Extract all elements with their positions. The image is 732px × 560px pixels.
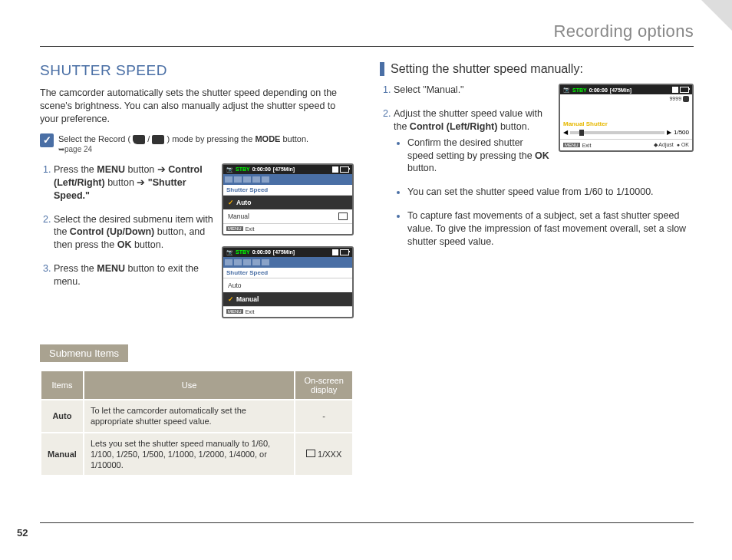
menu-title: Shutter Speed — [223, 185, 352, 196]
subsection-heading: Setting the shutter speed manually: — [380, 62, 694, 76]
sd-icon — [672, 87, 678, 93]
step-1: Press the MENU button ➔ Control (Left/Ri… — [54, 163, 214, 203]
menu-item-manual: Manual — [223, 209, 352, 223]
exit-label: Exit — [582, 143, 592, 148]
right-sub-2: You can set the shutter speed value from… — [407, 186, 694, 199]
menu-item-auto: ✓Auto — [223, 196, 352, 209]
menu-badge: MENU — [563, 143, 580, 147]
menu-badge: MENU — [226, 226, 243, 231]
adjust-icon: ◆ — [654, 142, 658, 147]
remain-label: [475Min] — [610, 87, 631, 93]
shutter-icon — [338, 295, 348, 303]
mode-note: ✓ Select the Record ( / ) mode by pressi… — [40, 133, 354, 154]
right-column: Setting the shutter speed manually: 📷 ST… — [380, 62, 694, 476]
page-header: Recording options — [40, 21, 694, 47]
lcd-screen-slider: 📷 STBY 0:00:00 [475Min] 9999 Manual Shut… — [559, 84, 694, 152]
menu-item-manual: ✓Manual — [223, 292, 352, 306]
remain-label: [475Min] — [273, 249, 295, 255]
intro-text: The camcorder automatically sets the shu… — [40, 87, 354, 126]
cell-display: - — [295, 400, 353, 433]
stby-label: STBY — [236, 249, 250, 255]
slider-left-icon: ◀ — [563, 129, 568, 136]
section-heading: SHUTTER SPEED — [40, 62, 354, 79]
table-row: Auto To let the camcorder automatically … — [41, 400, 353, 433]
sd-icon — [332, 249, 338, 255]
slider-right-icon: ▶ — [667, 129, 671, 136]
stby-label: STBY — [236, 166, 250, 172]
shutter-icon — [338, 212, 348, 220]
video-mode-icon — [133, 135, 145, 144]
page-number: 52 — [17, 527, 28, 539]
cell-display: 1/XXX — [295, 433, 353, 476]
table-row: Manual Lets you set the shutter speed ma… — [41, 433, 353, 476]
photo-mode-icon — [152, 135, 164, 144]
ok-icon: ● — [677, 142, 680, 147]
cell-item: Auto — [41, 400, 84, 433]
cell-item: Manual — [41, 433, 84, 476]
th-items: Items — [41, 371, 84, 400]
th-use: Use — [84, 371, 295, 400]
lcd-screen-auto: 📷 STBY 0:00:00 [475Min] Shutter Speed ✓A… — [222, 163, 354, 236]
left-column: SHUTTER SPEED The camcorder automaticall… — [40, 62, 354, 476]
step-2: Select the desired submenu item with the… — [54, 213, 214, 252]
lcd-screenshots: 📷 STBY 0:00:00 [475Min] Shutter Speed ✓A… — [222, 163, 354, 329]
steps-area: Press the MENU button ➔ Control (Left/Ri… — [40, 163, 354, 329]
right-sub-list: Confirm the desired shutter speed settin… — [394, 137, 694, 249]
exit-label: Exit — [246, 226, 255, 232]
cell-use: To let the camcorder automatically set t… — [84, 400, 295, 433]
submenu-heading: Submenu Items — [40, 344, 128, 362]
cell-use: Lets you set the shutter speed manually … — [84, 433, 295, 476]
footer-rule — [40, 522, 694, 523]
remain-label: [475Min] — [273, 166, 295, 172]
submenu-table: Items Use On-screen display Auto To let … — [40, 370, 354, 476]
manual-page: Recording options SHUTTER SPEED The camc… — [0, 0, 732, 560]
battery-icon — [680, 87, 689, 93]
check-icon: ✓ — [40, 133, 54, 147]
sd-icon — [332, 166, 338, 173]
mode-chip-icon: 📷 — [226, 166, 233, 173]
right-sub-3: To capture fast movements of a subject, … — [407, 209, 694, 249]
page-corner-fold — [701, 0, 732, 31]
steps-list: Press the MENU button ➔ Control (Left/Ri… — [40, 163, 214, 288]
menu-tab-row — [223, 257, 352, 268]
menu-title: Shutter Speed — [223, 268, 352, 278]
size-icon — [683, 96, 689, 102]
time-label: 0:00:00 — [589, 87, 608, 93]
adjust-label: Adjust — [658, 142, 673, 147]
page-reference: ➥page 24 — [58, 144, 308, 154]
time-label: 0:00:00 — [252, 166, 271, 172]
th-display: On-screen display — [295, 371, 353, 400]
menu-item-auto: Auto — [223, 278, 352, 292]
time-label: 0:00:00 — [252, 249, 271, 255]
battery-icon — [340, 166, 349, 173]
slider-label: Manual Shutter — [563, 120, 689, 127]
battery-icon — [340, 249, 349, 255]
content-columns: SHUTTER SPEED The camcorder automaticall… — [40, 62, 694, 476]
photo-count: 9999 — [560, 94, 692, 104]
mode-chip-icon: 📷 — [563, 87, 570, 93]
ok-label: OK — [681, 142, 689, 147]
step-3: Press the MENU button to exit the menu. — [54, 262, 214, 288]
slider-value: 1/500 — [674, 129, 689, 136]
menu-tab-row — [223, 174, 352, 185]
note-text: Select the Record ( / ) mode by pressing… — [58, 133, 308, 154]
shutter-icon — [306, 450, 315, 457]
shutter-slider: ◀ ▶ 1/500 — [563, 129, 689, 136]
menu-badge: MENU — [226, 309, 243, 314]
stby-label: STBY — [572, 87, 587, 93]
mode-chip-icon: 📷 — [226, 249, 233, 255]
exit-label: Exit — [246, 309, 255, 315]
lcd-screen-manual: 📷 STBY 0:00:00 [475Min] Shutter Speed Au… — [222, 246, 354, 318]
